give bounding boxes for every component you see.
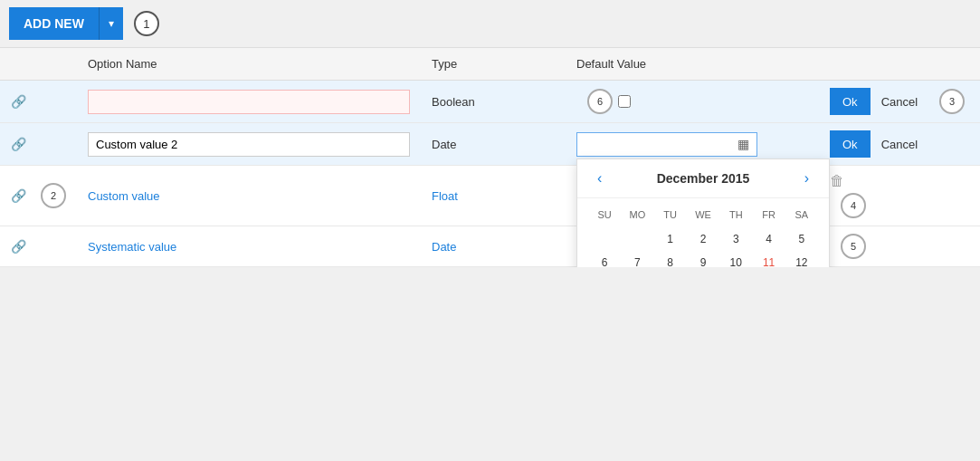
weekday-mo: MO [621, 206, 653, 224]
row4-option-name-link[interactable]: Systematic value [88, 240, 176, 254]
row1-boolean-checkbox[interactable] [618, 95, 631, 108]
table-row: 🔗 Systematic value Date 5 [0, 226, 980, 267]
row3-option-name-link[interactable]: Custom value [88, 189, 159, 203]
row3-actions-cell: 🗑 4 [819, 166, 980, 226]
row4-type-link[interactable]: Date [432, 240, 456, 254]
row2-cancel-button[interactable]: Cancel [874, 132, 925, 157]
row2-type-cell: Date [421, 123, 566, 166]
badge-3: 3 [939, 89, 965, 114]
trash-icon-row3[interactable]: 🗑 [830, 173, 844, 189]
col-header-icon [0, 48, 77, 81]
weekday-th: TH [719, 206, 752, 224]
cal-day[interactable]: 1 [654, 227, 687, 251]
cal-day[interactable]: 4 [752, 227, 785, 251]
paperclip-icon-2[interactable]: 🔗 [11, 137, 26, 151]
row2-date-input-wrapper: ▦ [576, 132, 757, 157]
row1-actions-cell: Ok Cancel 3 [819, 81, 980, 123]
cal-day[interactable]: 9 [687, 251, 719, 268]
table-row: 🔗 2 Custom value Float 🗑 4 [0, 166, 980, 226]
row2-type-text: Date [432, 138, 456, 151]
row2-option-name-cell [77, 123, 421, 166]
calendar-grid: SU MO TU WE TH FR SA [577, 198, 829, 268]
badge-4: 4 [841, 193, 866, 218]
badge-6: 6 [587, 89, 613, 114]
weekday-fr: FR [752, 206, 785, 224]
cal-day[interactable]: 2 [687, 227, 719, 251]
row4-actions-cell: 5 [819, 226, 980, 267]
add-new-button[interactable]: ADD NEW [9, 7, 99, 40]
weekday-tu: TU [654, 206, 687, 224]
cal-day[interactable]: 8 [654, 251, 687, 268]
row4-type-cell: Date [421, 226, 566, 267]
row1-option-name-cell [77, 81, 421, 123]
row2-date-input[interactable] [577, 133, 730, 156]
table-row: 🔗 Date ▦ [0, 123, 980, 166]
chevron-down-icon: ▾ [109, 17, 114, 30]
cal-next-button[interactable]: › [799, 168, 814, 188]
weekday-su: SU [588, 206, 621, 224]
cal-day[interactable]: 11 [752, 251, 785, 268]
row1-default-cell: 6 [566, 81, 819, 123]
badge-1: 1 [134, 11, 159, 36]
col-header-default-value: Default Value [566, 48, 819, 81]
row4-icon-cell: 🔗 [0, 226, 77, 267]
row1-option-name-input[interactable] [88, 90, 410, 114]
cal-prev-button[interactable]: ‹ [592, 168, 607, 188]
calendar-days: 1 2 3 4 5 6 7 8 9 10 [588, 227, 818, 268]
weekday-sa: SA [785, 206, 818, 224]
row1-cancel-button[interactable]: Cancel [874, 90, 925, 114]
row1-type-cell: Boolean [421, 81, 566, 123]
paperclip-icon-4[interactable]: 🔗 [11, 239, 26, 254]
row1-type-text: Boolean [432, 95, 475, 109]
cal-day[interactable]: 10 [719, 251, 752, 268]
cal-day-empty [588, 227, 621, 251]
badge-5: 5 [841, 234, 866, 259]
row2-ok-button[interactable]: Ok [830, 130, 871, 158]
main-table-container: Option Name Type Default Value 🔗 Boolean [0, 47, 980, 267]
calendar-popup: ‹ December 2015 › SU MO TU WE T [576, 158, 830, 268]
paperclip-icon[interactable]: 🔗 [11, 94, 26, 109]
table-row: 🔗 Boolean 6 Ok Cancel [0, 81, 980, 123]
cal-day[interactable]: 6 [588, 251, 621, 268]
row2-option-name-input[interactable] [88, 132, 410, 157]
row3-type-cell: Float [421, 166, 566, 226]
col-header-actions [819, 48, 980, 81]
cal-day[interactable]: 3 [719, 227, 752, 251]
cal-day-empty [621, 227, 653, 251]
cal-day[interactable]: 5 [785, 227, 818, 251]
cal-day[interactable]: 12 [785, 251, 818, 268]
row2-default-cell: ▦ ‹ December 2015 › SU [566, 123, 819, 166]
dropdown-button[interactable]: ▾ [99, 7, 123, 40]
row2-icon-cell: 🔗 [0, 123, 77, 166]
row3-option-name-cell: Custom value [77, 166, 421, 226]
calendar-icon[interactable]: ▦ [730, 133, 756, 155]
row4-option-name-cell: Systematic value [77, 226, 421, 267]
col-header-option-name: Option Name [77, 48, 421, 81]
col-header-type: Type [421, 48, 566, 81]
row1-icon-cell: 🔗 [0, 81, 77, 123]
row1-ok-button[interactable]: Ok [830, 88, 871, 115]
paperclip-icon-3[interactable]: 🔗 [11, 188, 26, 203]
weekday-we: WE [687, 206, 719, 224]
cal-day[interactable]: 7 [621, 251, 653, 268]
row2-actions-cell: Ok Cancel [819, 123, 980, 166]
badge-2: 2 [41, 183, 66, 208]
row3-icon-cell: 🔗 2 [0, 166, 77, 226]
calendar-header: ‹ December 2015 › [577, 159, 829, 198]
calendar-weekdays: SU MO TU WE TH FR SA [588, 206, 818, 224]
cal-month-year: December 2015 [657, 171, 750, 186]
row3-type-link[interactable]: Float [432, 189, 458, 203]
